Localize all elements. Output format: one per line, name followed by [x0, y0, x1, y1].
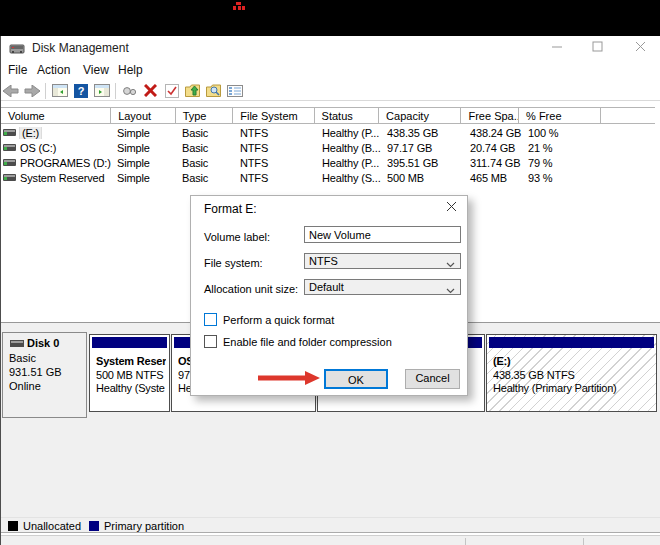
disk-management-icon: [9, 41, 25, 54]
cell-pct: 21 %: [523, 142, 606, 154]
cell-fs: NTFS: [235, 157, 317, 169]
disk0-status: Online: [9, 380, 41, 392]
back-icon[interactable]: [2, 83, 19, 99]
legend-primary-partition: Primary partition: [104, 520, 184, 532]
partition-color-band: [489, 337, 654, 348]
minimize-button[interactable]: [540, 36, 574, 60]
quick-format-checkbox[interactable]: [204, 313, 217, 326]
title-bar: Disk Management: [0, 36, 660, 60]
cell-status: Healthy (P...: [317, 127, 382, 139]
quick-format-label: Perform a quick format: [223, 314, 334, 326]
cell-capacity: 500 MB: [382, 172, 465, 184]
delete-icon[interactable]: [142, 83, 159, 99]
cell-fs: NTFS: [235, 142, 317, 154]
column-header-pctfree[interactable]: % Free: [519, 108, 601, 123]
cell-type: Basic: [177, 172, 235, 184]
properties-icon[interactable]: [226, 83, 243, 99]
export-up-icon[interactable]: [184, 83, 201, 99]
chevron-down-icon: [446, 258, 455, 264]
volume-row-e[interactable]: (E:) Simple Basic NTFS Healthy (P... 438…: [0, 125, 660, 140]
cell-fs: NTFS: [235, 172, 317, 184]
cell-status: Healthy (S...: [317, 172, 382, 184]
ok-button[interactable]: OK: [324, 369, 388, 389]
close-button[interactable]: [623, 36, 657, 60]
cell-status: Healthy (P...: [317, 157, 382, 169]
column-header-volume[interactable]: Volume: [0, 108, 111, 123]
volume-icon: [3, 174, 16, 181]
black-top-bar: [0, 0, 660, 36]
allocation-unit-label: Allocation unit size:: [204, 283, 298, 295]
column-header-capacity[interactable]: Capacity: [379, 108, 461, 123]
volume-name: OS (C:): [20, 142, 56, 154]
disk0-panel[interactable]: Disk 0 Basic 931.51 GB Online: [2, 332, 87, 418]
cell-pct: 93 %: [523, 172, 606, 184]
column-header-freespace[interactable]: Free Spa...: [461, 108, 519, 123]
cell-pct: 79 %: [523, 157, 606, 169]
cell-status: Healthy (B...: [317, 142, 382, 154]
red-indicator-icon: [233, 2, 245, 11]
check-icon[interactable]: [163, 83, 180, 99]
format-dialog: Format E: Volume label: New Volume File …: [190, 195, 468, 396]
view-icon[interactable]: [121, 83, 138, 99]
partition-label: (E:): [493, 355, 511, 367]
column-header-blank: [601, 108, 655, 123]
file-system-label: File system:: [204, 257, 263, 269]
volume-icon: [3, 159, 16, 166]
compression-checkbox[interactable]: [204, 335, 217, 348]
cell-free: 465 MB: [465, 172, 523, 184]
menu-view[interactable]: View: [83, 63, 109, 77]
cancel-button[interactable]: Cancel: [405, 369, 460, 389]
volume-label-label: Volume label:: [204, 231, 270, 243]
dialog-close-icon[interactable]: [446, 201, 457, 215]
menu-file[interactable]: File: [8, 63, 27, 77]
primary-partition-swatch: [89, 521, 99, 531]
partition-status: Healthy (Syste: [96, 382, 165, 394]
maximize-button[interactable]: [580, 36, 614, 60]
volume-list-header: Volume Layout Type File System Status Ca…: [0, 107, 655, 124]
volume-row-sysres[interactable]: System Reserved Simple Basic NTFS Health…: [0, 170, 660, 185]
disk0-name: Disk 0: [27, 337, 59, 349]
partition-label: System Reser: [96, 355, 166, 367]
partition-system-reserved[interactable]: System Reser 500 MB NTFS Healthy (Syste: [89, 334, 170, 412]
forward-icon[interactable]: [23, 83, 40, 99]
column-header-layout[interactable]: Layout: [111, 108, 176, 123]
svg-text:?: ?: [77, 85, 84, 97]
volume-label-input[interactable]: New Volume: [304, 226, 461, 243]
menu-help[interactable]: Help: [118, 63, 143, 77]
column-header-type[interactable]: Type: [176, 108, 234, 123]
partition-e[interactable]: (E:) 438.35 GB NTFS Healthy (Primary Par…: [486, 334, 657, 412]
toolbar: ?: [0, 81, 660, 101]
file-system-select[interactable]: NTFS: [304, 253, 461, 269]
cell-capacity: 395.51 GB: [382, 157, 465, 169]
volume-name: System Reserved: [20, 172, 105, 184]
dialog-title: Format E:: [204, 202, 257, 216]
cell-free: 20.74 GB: [465, 142, 523, 154]
partition-size: 500 MB NTFS: [96, 369, 164, 381]
cell-free: 311.74 GB: [465, 157, 523, 169]
column-header-status[interactable]: Status: [315, 108, 380, 123]
disk0-size: 931.51 GB: [9, 366, 62, 378]
disk-icon: [10, 340, 24, 347]
window-left-border: [0, 36, 1, 545]
cell-capacity: 438.35 GB: [382, 127, 465, 139]
compression-label: Enable file and folder compression: [223, 336, 392, 348]
legend-bar: Unallocated Primary partition: [0, 517, 660, 533]
menu-action[interactable]: Action: [37, 63, 70, 77]
status-bar: [0, 535, 660, 545]
cell-type: Basic: [177, 127, 235, 139]
show-action-pane-icon[interactable]: [93, 83, 110, 99]
cell-type: Basic: [177, 157, 235, 169]
allocation-unit-select[interactable]: Default: [304, 279, 461, 295]
disk0-type: Basic: [9, 352, 36, 364]
cell-fs: NTFS: [235, 127, 317, 139]
help-icon[interactable]: ?: [72, 83, 89, 99]
find-icon[interactable]: [205, 83, 222, 99]
cell-layout: Simple: [112, 172, 177, 184]
show-console-tree-icon[interactable]: [51, 83, 68, 99]
file-system-value: NTFS: [309, 255, 338, 267]
cell-layout: Simple: [112, 142, 177, 154]
volume-row-d[interactable]: PROGRAMES (D:) Simple Basic NTFS Healthy…: [0, 155, 660, 170]
volume-row-c[interactable]: OS (C:) Simple Basic NTFS Healthy (B... …: [0, 140, 660, 155]
cell-free: 438.24 GB: [465, 127, 523, 139]
column-header-filesystem[interactable]: File System: [233, 108, 314, 123]
